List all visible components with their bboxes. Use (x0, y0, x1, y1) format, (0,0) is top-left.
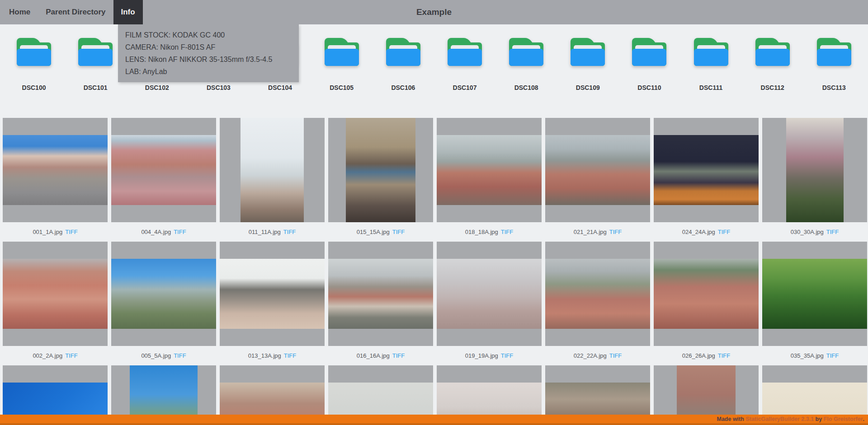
folder-icon (17, 38, 51, 66)
photo-image (220, 259, 325, 329)
photo-thumbnail[interactable] (328, 242, 433, 346)
gallery-cell: 022_22A.jpg TIFF (545, 242, 650, 365)
photo-caption: 005_5A.jpg TIFF (111, 346, 216, 365)
nav-item-parent-directory[interactable]: Parent Directory (38, 0, 113, 24)
photo-thumbnail[interactable] (3, 118, 108, 222)
photo-gallery: 001_1A.jpg TIFF 004_4A.jpg TIFF 011_11A.… (0, 118, 868, 425)
photo-caption: 022_22A.jpg TIFF (545, 346, 650, 365)
photo-thumbnail[interactable] (111, 242, 216, 346)
photo-caption: 019_19A.jpg TIFF (437, 346, 542, 365)
folder-item-dsc111[interactable]: DSC111 (691, 38, 731, 91)
folder-item-dsc100[interactable]: DSC100 (14, 38, 54, 91)
tiff-link[interactable]: TIFF (65, 352, 77, 359)
photo-filename: 024_24A.jpg (682, 229, 715, 235)
info-line: CAMERA: Nikon F-801S AF (125, 41, 292, 53)
tiff-link[interactable]: TIFF (718, 229, 730, 235)
photo-thumbnail[interactable] (654, 118, 759, 222)
tiff-link[interactable]: TIFF (501, 352, 513, 359)
tiff-link[interactable]: TIFF (392, 352, 405, 359)
photo-thumbnail[interactable] (220, 242, 325, 346)
folder-item-dsc112[interactable]: DSC112 (752, 38, 793, 91)
nav-item-home[interactable]: Home (1, 0, 38, 24)
tiff-link[interactable]: TIFF (392, 229, 405, 235)
info-line: FILM STOCK: KODAK GC 400 (125, 29, 292, 41)
folder-item-dsc108[interactable]: DSC108 (506, 38, 547, 91)
photo-thumbnail[interactable] (762, 242, 867, 346)
photo-caption: 004_4A.jpg TIFF (111, 222, 216, 242)
photo-thumbnail[interactable] (328, 118, 433, 222)
photo-thumbnail[interactable] (545, 118, 650, 222)
photo-caption: 026_26A.jpg TIFF (654, 346, 759, 365)
tiff-link[interactable]: TIFF (283, 229, 296, 235)
photo-filename: 035_35A.jpg (791, 352, 824, 359)
tiff-link[interactable]: TIFF (65, 229, 77, 235)
photo-image (328, 259, 433, 329)
photo-caption: 013_13A.jpg TIFF (220, 346, 325, 365)
photo-image (762, 259, 867, 329)
gallery-cell: 011_11A.jpg TIFF (220, 118, 325, 242)
folder-icon (571, 38, 605, 66)
top-nav: HomeParent DirectoryInfo Example (0, 0, 868, 24)
photo-caption: 011_11A.jpg TIFF (220, 222, 325, 242)
folder-item-dsc113[interactable]: DSC113 (814, 38, 854, 91)
folder-label: DSC103 (207, 84, 231, 91)
gallery-cell: 004_4A.jpg TIFF (111, 118, 216, 242)
photo-thumbnail[interactable] (437, 118, 542, 222)
photo-thumbnail[interactable] (762, 118, 867, 222)
photo-image (545, 259, 650, 329)
tiff-link[interactable]: TIFF (826, 229, 839, 235)
folder-item-dsc107[interactable]: DSC107 (444, 38, 485, 91)
folder-label: DSC100 (22, 84, 46, 91)
folder-icon (755, 38, 790, 66)
photo-image (437, 259, 542, 329)
gallery-cell: 018_18A.jpg TIFF (437, 118, 542, 242)
photo-filename: 016_16A.jpg (357, 352, 390, 359)
footer-credit-text: Made with (717, 416, 745, 422)
photo-thumbnail[interactable] (654, 242, 759, 346)
photo-thumbnail[interactable] (220, 118, 325, 222)
photo-thumbnail[interactable] (545, 242, 650, 346)
photo-image (346, 118, 415, 222)
builder-link[interactable]: StaticGalleryBuilder 2.3.1 (745, 416, 814, 422)
gallery-cell: 035_35A.jpg TIFF (762, 242, 867, 365)
folder-label: DSC105 (330, 84, 354, 91)
photo-filename: 011_11A.jpg (249, 229, 281, 235)
page: HomeParent DirectoryInfo Example FILM ST… (0, 0, 868, 425)
tiff-link[interactable]: TIFF (501, 229, 513, 235)
folder-label: DSC111 (699, 84, 722, 91)
tiff-link[interactable]: TIFF (609, 352, 622, 359)
info-line: LAB: AnyLab (125, 65, 292, 78)
folder-label: DSC112 (761, 84, 784, 91)
tiff-link[interactable]: TIFF (174, 229, 186, 235)
photo-thumbnail[interactable] (111, 118, 216, 222)
nav-items: HomeParent DirectoryInfo (0, 0, 868, 24)
photo-thumbnail[interactable] (437, 242, 542, 346)
folder-item-dsc109[interactable]: DSC109 (567, 38, 608, 91)
folder-icon (694, 38, 728, 66)
folder-label: DSC104 (268, 84, 292, 91)
tiff-link[interactable]: TIFF (284, 352, 296, 359)
folder-item-dsc106[interactable]: DSC106 (383, 38, 424, 91)
folder-label: DSC101 (84, 84, 108, 91)
photo-filename: 018_18A.jpg (465, 229, 498, 235)
tiff-link[interactable]: TIFF (174, 352, 186, 359)
gallery-cell: 024_24A.jpg TIFF (654, 118, 759, 242)
gallery-cell: 001_1A.jpg TIFF (3, 118, 108, 242)
photo-caption: 030_30A.jpg TIFF (762, 222, 867, 242)
tiff-link[interactable]: TIFF (718, 352, 730, 359)
tiff-link[interactable]: TIFF (609, 229, 622, 235)
folder-label: DSC110 (637, 84, 661, 91)
tiff-link[interactable]: TIFF (826, 352, 839, 359)
folder-item-dsc101[interactable]: DSC101 (75, 38, 116, 91)
info-line: LENS: Nikon AF NIKKOR 35-135mm f/3.5-4.5 (125, 53, 292, 65)
folder-item-dsc105[interactable]: DSC105 (321, 38, 362, 91)
nav-item-info[interactable]: Info (113, 0, 143, 24)
folder-item-dsc110[interactable]: DSC110 (629, 38, 670, 91)
author-link[interactable]: Flo Greistorfer (824, 416, 863, 422)
gallery-cell: 019_19A.jpg TIFF (437, 242, 542, 365)
photo-filename: 030_30A.jpg (791, 229, 824, 235)
photo-caption: 021_21A.jpg TIFF (545, 222, 650, 242)
photo-thumbnail[interactable] (3, 242, 108, 346)
photo-image (3, 135, 108, 205)
footer-period: . (863, 416, 864, 422)
